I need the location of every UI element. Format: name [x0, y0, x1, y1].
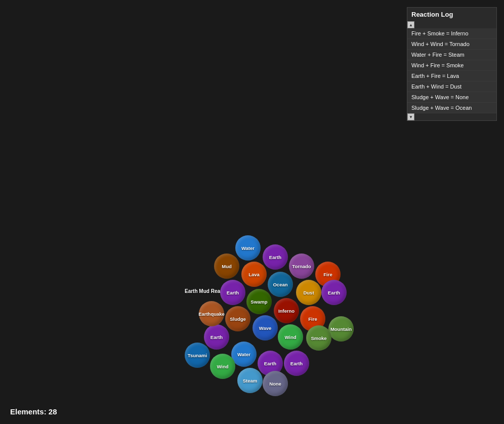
- bubble-earth-1[interactable]: Earth: [263, 244, 288, 270]
- log-entry-7: Sludge + Wave = Ocean: [407, 103, 496, 113]
- bubble-swamp-10[interactable]: Swamp: [246, 289, 272, 314]
- bubble-earth-21[interactable]: Earth: [284, 351, 309, 376]
- bubble-sludge-14[interactable]: Sludge: [225, 306, 250, 331]
- log-entry-0: Fire + Smoke = Inferno: [407, 28, 496, 39]
- reaction-log-scroll[interactable]: Fire + Smoke = InfernoWind + Wind = Torn…: [407, 28, 496, 113]
- bubble-water-19[interactable]: Water: [231, 342, 257, 367]
- bubble-mountain-13[interactable]: Mountain: [328, 316, 354, 342]
- bubble-mud-2[interactable]: Mud: [214, 253, 239, 279]
- log-entry-1: Wind + Wind = Tornado: [407, 39, 496, 50]
- bubble-earth-9[interactable]: Earth: [321, 280, 347, 305]
- bubble-earthquake-26[interactable]: Earthquake: [199, 301, 224, 326]
- bubble-none-25[interactable]: None: [263, 371, 288, 396]
- bubble-smoke-17[interactable]: Smoke: [306, 325, 331, 351]
- reaction-log-title: Reaction Log: [407, 8, 496, 21]
- bubble-ocean-7[interactable]: Ocean: [268, 272, 293, 297]
- bubble-tornado-4[interactable]: Tornado: [289, 253, 314, 279]
- log-entry-6: Sludge + Wave = None: [407, 92, 496, 103]
- bubble-tsunami-22[interactable]: Tsunami: [185, 343, 210, 368]
- bubble-inferno-11[interactable]: Inferno: [274, 298, 299, 323]
- bubble-wind-16[interactable]: Wind: [278, 324, 303, 350]
- scroll-down-arrow[interactable]: ▼: [407, 113, 414, 120]
- log-entry-4: Earth + Fire = Lava: [407, 71, 496, 81]
- bubble-lava-3[interactable]: Lava: [241, 262, 267, 287]
- reaction-log-panel: Reaction Log ▲ Fire + Smoke = InfernoWin…: [407, 7, 497, 121]
- log-entry-3: Wind + Fire = Smoke: [407, 60, 496, 71]
- bubble-area: Earth Mud Reaction WaterEarthMudLavaTorn…: [0, 0, 395, 424]
- bubble-water-0[interactable]: Water: [235, 235, 261, 261]
- bubble-steam-24[interactable]: Steam: [237, 368, 263, 393]
- scroll-up-arrow[interactable]: ▲: [407, 21, 414, 28]
- bubble-wave-15[interactable]: Wave: [253, 315, 278, 341]
- elements-count: Elements: 28: [10, 407, 57, 416]
- log-entry-5: Earth + Wind = Dust: [407, 81, 496, 92]
- bubble-dust-8[interactable]: Dust: [296, 280, 321, 305]
- bubble-earth-18[interactable]: Earth: [204, 324, 229, 350]
- bubble-wind-23[interactable]: Wind: [210, 354, 235, 379]
- log-entry-2: Water + Fire = Steam: [407, 50, 496, 60]
- bubble-earth-6[interactable]: Earth: [220, 280, 245, 305]
